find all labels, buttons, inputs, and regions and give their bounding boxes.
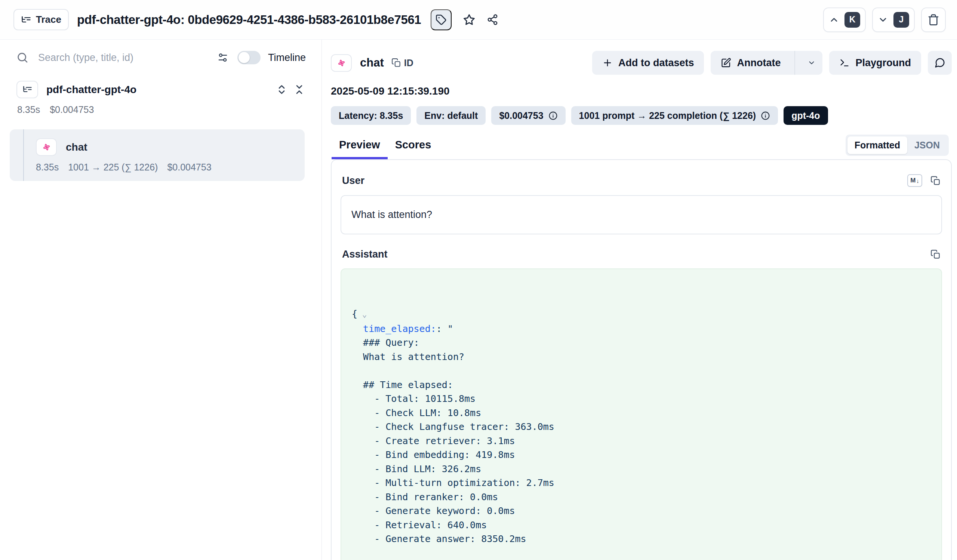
chevrons-down-up-icon [294,84,305,95]
tags-button[interactable] [431,9,452,30]
cost-badge-label: $0.004753 [499,110,543,121]
arrow-down-icon: ↓ [916,178,919,184]
item-tokens: 1001 → 225 (∑ 1226) [68,162,158,173]
user-section-title: User [342,175,907,186]
annotate-menu-button[interactable] [801,51,823,75]
assistant-section-title: Assistant [342,249,922,260]
tree-item-name: chat [66,141,87,153]
cost-badge: $0.004753 [491,106,565,125]
user-message-box: What is attention? [341,195,942,234]
copy-icon [930,249,941,259]
preview-card: User M↓ What is attention? Assistant [331,159,952,560]
assistant-output-box: { ⌄ time_elapsed:: " ### Query: What is … [341,268,942,560]
format-toggle-formatted[interactable]: Formatted [848,136,907,154]
search-input[interactable] [38,52,213,63]
playground-label: Playground [855,57,911,69]
copy-id-button[interactable] [392,58,401,68]
tree-settings-button[interactable] [217,52,228,63]
generation-pinwheel-icon [41,142,52,152]
chevron-down-icon [807,59,816,67]
share-icon [487,14,498,25]
star-icon [463,13,475,26]
shortcut-key-j: J [894,12,909,28]
annotate-label: Annotate [737,57,780,69]
env-badge: Env: default [417,106,486,125]
navigate-down-button[interactable]: J [872,8,915,32]
add-to-datasets-label: Add to datasets [618,57,694,69]
delete-trace-button[interactable] [921,8,946,32]
markdown-icon: M [910,177,916,184]
copy-icon [930,176,941,186]
markdown-toggle-button[interactable]: M↓ [907,174,922,187]
trace-node-icon-badge [16,81,38,98]
observation-detail-panel: chat ID Add to datasets Annotate [322,39,957,560]
trace-type-badge: Trace [13,9,69,30]
copy-icon [392,58,401,68]
list-tree-icon [21,14,32,25]
app-header: Trace pdf-chatter-gpt-4o: 0bde9629-4251-… [0,0,957,39]
search-icon [16,52,28,63]
tree-guide-line [23,129,24,181]
chevron-down-icon [878,14,888,25]
terminal-icon [839,58,850,68]
metrics-badges-row: Latency: 8.35s Env: default $0.004753 10… [331,106,952,125]
tag-icon [436,14,447,25]
expand-all-button[interactable] [276,84,287,95]
model-badge: gpt-4o [783,106,828,125]
share-button[interactable] [487,14,498,25]
playground-button[interactable]: Playground [829,51,921,75]
collapse-all-button[interactable] [294,84,305,95]
list-tree-icon [22,85,33,95]
navigate-up-button[interactable]: K [823,8,866,32]
tree-root-name: pdf-chatter-gpt-4o [46,84,276,96]
comment-bubble-icon [934,57,945,68]
latency-badge: Latency: 8.35s [331,106,411,125]
tab-preview[interactable]: Preview [338,139,381,159]
detail-tabs: Preview Scores Formatted JSON [331,136,952,159]
bookmark-star-button[interactable] [463,13,475,26]
timeline-toggle[interactable] [237,51,261,64]
shortcut-key-k: K [845,12,860,28]
timeline-toggle-label: Timeline [268,52,306,63]
add-to-datasets-button[interactable]: Add to datasets [592,51,704,75]
trace-tree-sidebar: Timeline pdf-chatter-gpt-4o 8.35s [0,39,322,560]
item-latency: 8.35s [36,162,59,173]
observation-title: chat [360,56,384,69]
copy-assistant-content-button[interactable] [930,249,941,259]
info-icon[interactable] [761,111,770,120]
token-usage-badge-label: 1001 prompt → 225 completion (∑ 1226) [579,110,756,121]
observation-timestamp: 2025-05-09 12:15:39.190 [331,85,952,97]
format-toggle-json[interactable]: JSON [907,136,947,154]
comments-button[interactable] [928,51,952,75]
trace-label: Trace [36,14,61,25]
env-badge-label: Env: default [424,110,478,121]
latency-badge-label: Latency: 8.35s [339,110,403,121]
button-divider [794,51,795,75]
tab-scores[interactable]: Scores [395,139,432,159]
trash-icon [927,14,940,26]
page-title: pdf-chatter-gpt-4o: 0bde9629-4251-4386-b… [77,13,421,27]
format-toggle: Formatted JSON [846,134,949,156]
info-icon[interactable] [548,111,558,120]
chevron-up-icon [829,14,839,25]
root-latency: 8.35s [17,104,40,115]
plus-icon [602,58,613,68]
chevrons-up-down-icon [276,84,287,95]
id-label: ID [404,58,414,68]
tree-root-row[interactable]: pdf-chatter-gpt-4o [16,81,305,98]
edit-pen-icon [721,58,731,68]
copy-user-content-button[interactable] [930,176,941,186]
tree-item-chat[interactable]: chat 8.35s 1001 → 225 (∑ 1226) $0.004753 [10,129,305,181]
root-cost: $0.004753 [50,104,94,115]
model-badge-label: gpt-4o [791,110,820,121]
user-message-text: What is attention? [351,209,432,220]
annotate-button[interactable]: Annotate [711,51,789,75]
generation-icon-badge [36,138,57,156]
generation-icon-badge [331,54,352,72]
token-usage-badge: 1001 prompt → 225 completion (∑ 1226) [571,106,778,125]
sliders-icon [217,52,228,63]
generation-pinwheel-icon [336,58,347,68]
item-cost: $0.004753 [167,162,211,173]
assistant-json-code[interactable]: { ⌄ time_elapsed:: " ### Query: What is … [352,307,931,560]
annotate-split-button: Annotate [711,51,823,75]
